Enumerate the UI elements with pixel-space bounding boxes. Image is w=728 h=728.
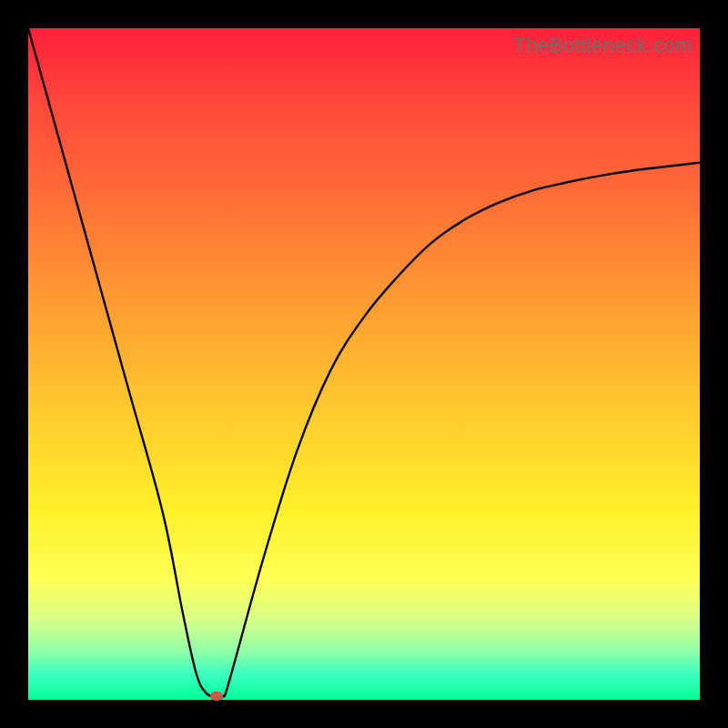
curve-svg	[28, 28, 700, 700]
minimum-marker	[210, 692, 223, 701]
plot-area: TheBottleneck.com	[28, 28, 700, 700]
chart-frame: TheBottleneck.com	[0, 0, 728, 728]
bottleneck-curve-path	[28, 28, 700, 698]
